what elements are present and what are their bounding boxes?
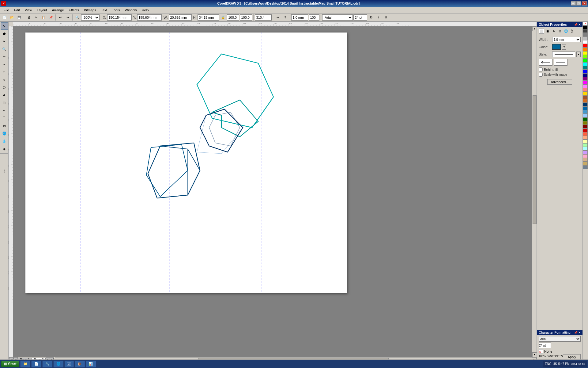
- char-fmt-pin[interactable]: 📌: [574, 331, 578, 334]
- color-swatch-khaki[interactable]: [583, 162, 588, 165]
- color-swatch-skyblue[interactable]: [583, 110, 588, 114]
- color-swatch-paleblue[interactable]: [583, 114, 588, 117]
- taskbar-item-5[interactable]: 🖼: [65, 361, 74, 367]
- select-tool[interactable]: ↖: [1, 22, 8, 30]
- vscroll-up-button[interactable]: ▲: [532, 26, 537, 31]
- zoom-button[interactable]: 🔍: [74, 14, 81, 21]
- close-button[interactable]: ✕: [582, 1, 587, 6]
- redo-button[interactable]: ↪: [64, 14, 71, 21]
- open-button[interactable]: 📂: [9, 14, 15, 21]
- h-input[interactable]: 34.19 mm: [198, 14, 219, 21]
- menu-arrange[interactable]: Arrange: [49, 8, 66, 13]
- eyedropper-tool[interactable]: 💧: [1, 137, 8, 145]
- restore-button[interactable]: □: [576, 1, 581, 6]
- taskbar-item-6[interactable]: 🐌: [75, 361, 85, 367]
- parallel-dim-tool[interactable]: ↔: [1, 107, 8, 114]
- shape-tool[interactable]: ⬟: [1, 30, 8, 37]
- char-fmt-close[interactable]: ✕: [578, 331, 581, 334]
- color-swatch-white[interactable]: [583, 40, 588, 44]
- color-swatch-blue[interactable]: [583, 70, 588, 73]
- no-color-swatch[interactable]: ✕: [583, 22, 588, 25]
- blend-tool[interactable]: ⋈: [1, 122, 8, 129]
- vscroll-thumb[interactable]: [533, 95, 537, 224]
- internet-props-icon[interactable]: 🌐: [563, 28, 569, 34]
- color-swatch-crimson[interactable]: [583, 128, 588, 132]
- color-swatch-coral[interactable]: [583, 132, 588, 136]
- color-swatch-green[interactable]: [583, 59, 588, 62]
- outline-icon[interactable]: ⬜: [539, 28, 544, 34]
- italic-button[interactable]: I: [375, 14, 382, 21]
- rectangle-tool[interactable]: □: [1, 68, 8, 76]
- table-tool[interactable]: ⊞: [1, 99, 8, 106]
- advanced-button[interactable]: Advanced...: [547, 79, 572, 85]
- font-select[interactable]: Arial: [322, 14, 353, 21]
- color-swatch-yellow[interactable]: [583, 51, 588, 55]
- color-swatch-midblue[interactable]: [583, 106, 588, 110]
- style-preview[interactable]: [552, 52, 575, 57]
- new-button[interactable]: 📄: [1, 14, 8, 21]
- zoom-tool[interactable]: 🔍: [1, 45, 8, 53]
- obj-props-pin[interactable]: 📌: [574, 23, 578, 26]
- paste-button[interactable]: 📌: [47, 14, 54, 21]
- color-swatch-tan[interactable]: [583, 158, 588, 162]
- text-tool[interactable]: A: [1, 91, 8, 99]
- freehand-tool[interactable]: ✏: [1, 53, 8, 60]
- color-swatch-mintgreen[interactable]: [583, 143, 588, 147]
- scale-with-image-checkbox[interactable]: [539, 73, 543, 77]
- color-swatch-lightgray[interactable]: [583, 36, 588, 40]
- left-arrow-select[interactable]: [539, 59, 552, 66]
- taskbar-item-explorer[interactable]: 📁: [21, 361, 30, 367]
- taskbar-item-ppt[interactable]: 📊: [86, 361, 96, 367]
- style-dropdown-btn[interactable]: ▼: [576, 52, 581, 57]
- color-swatch-purple[interactable]: [583, 77, 588, 81]
- color-swatch-gold[interactable]: [583, 92, 588, 95]
- color-swatch-olive[interactable]: [583, 121, 588, 125]
- y-input[interactable]: 199.604 mm: [137, 14, 162, 21]
- fill-tool[interactable]: 🪣: [1, 130, 8, 137]
- color-swatch-orange[interactable]: [583, 48, 588, 51]
- color-swatch-darkblue[interactable]: [583, 103, 588, 106]
- menu-text[interactable]: Text: [99, 8, 110, 13]
- polygon-tool[interactable]: ⬡: [1, 84, 8, 91]
- color-swatch-navy[interactable]: [583, 73, 588, 77]
- canvas-area[interactable]: [13, 26, 532, 357]
- right-arrow-select[interactable]: [554, 59, 567, 66]
- font-size-input[interactable]: [353, 14, 367, 21]
- color-swatch-red[interactable]: [583, 44, 588, 48]
- mirror-v-button[interactable]: ⇕: [282, 14, 288, 21]
- color-swatch-darkgreen[interactable]: [583, 117, 588, 121]
- opacity-input[interactable]: [309, 14, 319, 21]
- color-swatch-black[interactable]: [583, 25, 588, 29]
- vertical-scrollbar[interactable]: ▲ ▼: [532, 26, 537, 357]
- color-swatch-cyan[interactable]: [583, 62, 588, 66]
- color-swatch-slate[interactable]: [583, 165, 588, 169]
- ellipse-tool[interactable]: ○: [1, 76, 8, 83]
- stroke-width-input[interactable]: [291, 14, 308, 21]
- color-swatch-salmon[interactable]: [583, 88, 588, 92]
- color-swatch-lime[interactable]: [583, 55, 588, 59]
- bold-button[interactable]: B: [368, 14, 375, 21]
- menu-view[interactable]: View: [22, 8, 35, 13]
- behind-fill-checkbox[interactable]: [539, 67, 543, 71]
- color-swatch-gray[interactable]: [583, 33, 588, 36]
- title-bar-controls[interactable]: ─ □ ✕: [571, 1, 587, 6]
- mirror-h-button[interactable]: ⇔: [274, 14, 281, 21]
- color-dropdown-btn[interactable]: ▼: [562, 44, 566, 50]
- angle-input[interactable]: [255, 14, 272, 21]
- taskbar-item-4[interactable]: 🌐: [54, 361, 63, 367]
- char-font-select[interactable]: Arial: [539, 336, 581, 342]
- menu-bitmaps[interactable]: Bitmaps: [81, 8, 99, 13]
- save-button[interactable]: 💾: [16, 14, 23, 21]
- menu-file[interactable]: File: [1, 8, 12, 13]
- menu-effects[interactable]: Effects: [66, 8, 81, 13]
- color-swatch-brown[interactable]: [583, 95, 588, 99]
- menu-edit[interactable]: Edit: [12, 8, 22, 13]
- interactive-fill-tool[interactable]: ◈: [1, 145, 8, 152]
- zoom-select[interactable]: 200% 100% 50%: [81, 14, 100, 21]
- menu-layout[interactable]: Layout: [34, 8, 49, 13]
- vscroll-track[interactable]: [533, 31, 537, 352]
- minimize-button[interactable]: ─: [571, 1, 576, 6]
- char-size-input[interactable]: [539, 343, 551, 348]
- smart-drawing-tool[interactable]: ~: [1, 61, 8, 68]
- color-swatch-lavender[interactable]: [583, 151, 588, 154]
